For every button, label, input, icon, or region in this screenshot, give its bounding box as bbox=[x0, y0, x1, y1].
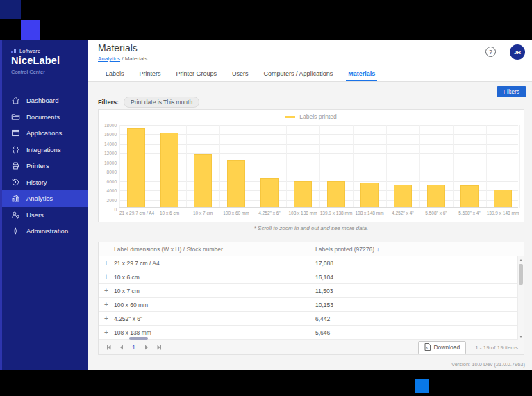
download-file-icon: x bbox=[424, 343, 431, 352]
tab-printers[interactable]: Printers bbox=[132, 65, 169, 81]
table-header-printed[interactable]: Labels printed (97276) ↓ bbox=[315, 246, 524, 253]
users-icon bbox=[11, 211, 20, 220]
y-axis-tick: 14000 bbox=[104, 141, 117, 146]
expand-row-icon[interactable]: + bbox=[99, 287, 114, 295]
table-row: +10 x 7 cm11,503 bbox=[99, 284, 524, 298]
gridline bbox=[286, 125, 287, 208]
help-icon[interactable]: ? bbox=[485, 47, 496, 57]
table-rows: +21 x 29.7 cm / A417,088+10 x 6 cm16,104… bbox=[99, 256, 524, 340]
sidebar-item-administration[interactable]: Administration bbox=[2, 223, 88, 240]
page-number[interactable]: 1 bbox=[128, 344, 140, 351]
vertical-scroll-thumb[interactable] bbox=[519, 264, 523, 285]
sidebar-item-history[interactable]: History bbox=[2, 174, 88, 191]
tab-bar: LabelsPrintersPrinter GroupsUsersCompute… bbox=[88, 65, 532, 82]
bar-21-x-29.7-cm-a4[interactable] bbox=[127, 128, 145, 208]
breadcrumb-current: Materials bbox=[125, 56, 147, 62]
tab-computers-applications[interactable]: Computers / Applications bbox=[256, 65, 341, 81]
breadcrumb-analytics-link[interactable]: Analytics bbox=[98, 56, 120, 62]
chart-legend: Labels printed bbox=[99, 113, 524, 120]
y-axis-tick: 6000 bbox=[107, 179, 117, 183]
app-window: Loftware NiceLabel Control Center Dashbo… bbox=[0, 40, 532, 370]
y-axis-tick: 4000 bbox=[107, 188, 117, 193]
brand-name: Loftware bbox=[19, 48, 40, 54]
bar-4.252-x-6-[interactable] bbox=[260, 178, 279, 208]
first-page-button[interactable] bbox=[103, 343, 115, 353]
table-header-row: Label dimensions (W x H) / Stock number … bbox=[99, 242, 524, 256]
x-axis-line bbox=[119, 207, 518, 208]
expand-row-icon[interactable]: + bbox=[99, 273, 114, 281]
sidebar-item-printers[interactable]: Printers bbox=[2, 158, 88, 174]
cell-dimensions: 100 x 60 mm bbox=[114, 302, 315, 308]
table-header-dimensions[interactable]: Label dimensions (W x H) / Stock number bbox=[114, 246, 315, 253]
product-subtitle: Control Center bbox=[11, 69, 88, 75]
cell-dimensions: 108 x 138 mm bbox=[114, 329, 315, 336]
sidebar-item-documents[interactable]: Documents bbox=[2, 109, 88, 126]
tab-materials[interactable]: Materials bbox=[340, 65, 383, 81]
breadcrumb-separator: / bbox=[120, 56, 125, 62]
bar-108-x-148-mm[interactable] bbox=[360, 183, 379, 208]
filters-row: Filters: Print date is This month bbox=[98, 97, 199, 108]
cell-dimensions: 4.252" x 6" bbox=[114, 315, 315, 322]
gear-icon bbox=[11, 226, 20, 236]
avatar[interactable]: JR bbox=[510, 44, 525, 60]
sidebar-item-analytics[interactable]: Analytics bbox=[2, 190, 88, 207]
bar-10-x-6-cm[interactable] bbox=[160, 133, 178, 208]
gridline bbox=[519, 125, 520, 208]
bar-4.252-x-4-[interactable] bbox=[394, 185, 412, 208]
sidebar-item-integrations[interactable]: Integrations bbox=[2, 142, 88, 158]
bar-139.9-x-148-mm[interactable] bbox=[494, 190, 512, 208]
expand-row-icon[interactable]: + bbox=[99, 301, 114, 308]
tab-labels[interactable]: Labels bbox=[98, 65, 132, 81]
materials-table: Label dimensions (W x H) / Stock number … bbox=[98, 242, 524, 355]
last-page-button[interactable] bbox=[153, 343, 165, 353]
product-name: NiceLabel bbox=[11, 55, 88, 66]
horizontal-scroll-thumb[interactable] bbox=[129, 337, 148, 340]
gridline bbox=[186, 125, 187, 208]
page-header: Materials Analytics / Materials ? JR bbox=[88, 40, 532, 65]
sidebar-item-users[interactable]: Users bbox=[2, 207, 88, 224]
breadcrumb: Analytics / Materials bbox=[98, 56, 147, 62]
scroll-up-icon[interactable] bbox=[518, 257, 524, 263]
x-axis-tick: 100 x 60 mm bbox=[219, 211, 253, 215]
sidebar-item-label: Users bbox=[26, 211, 44, 219]
expand-row-icon[interactable]: + bbox=[99, 329, 114, 336]
home-icon bbox=[11, 96, 20, 105]
download-button[interactable]: x Download bbox=[418, 341, 466, 354]
prev-page-button[interactable] bbox=[115, 343, 127, 353]
expand-row-icon[interactable]: + bbox=[99, 259, 114, 267]
next-page-button[interactable] bbox=[140, 343, 152, 353]
bar-100-x-60-mm[interactable] bbox=[227, 160, 245, 208]
gridline bbox=[386, 125, 387, 208]
y-axis-tick: 0 bbox=[114, 207, 117, 212]
labels-printed-chart[interactable]: Labels printed 0200040006000800010000120… bbox=[98, 109, 524, 222]
filter-chip-print-date[interactable]: Print date is This month bbox=[124, 97, 199, 108]
bar-139.9-x-138-mm[interactable] bbox=[327, 181, 345, 208]
x-axis-tick: 139.9 x 138 mm bbox=[319, 211, 353, 215]
expand-row-icon[interactable]: + bbox=[99, 315, 114, 322]
tab-users[interactable]: Users bbox=[224, 65, 256, 81]
table-row: +100 x 60 mm10,153 bbox=[99, 298, 524, 312]
table-row: +4.252" x 6"6,442 bbox=[99, 312, 524, 326]
filters-button[interactable]: Filters bbox=[497, 86, 526, 97]
sidebar-item-dashboard[interactable]: Dashboard bbox=[2, 92, 88, 109]
bar-108-x-138-mm[interactable] bbox=[294, 181, 312, 208]
gridline bbox=[119, 190, 518, 191]
x-axis-tick: 10 x 7 cm bbox=[186, 211, 219, 215]
gridline bbox=[119, 163, 518, 163]
items-range: 1 - 19 of 19 items bbox=[475, 345, 518, 351]
bar-5.508-x-6-[interactable] bbox=[427, 185, 445, 208]
scroll-down-icon[interactable] bbox=[518, 333, 524, 339]
x-axis-tick: 4.252" x 6" bbox=[253, 211, 286, 215]
vertical-scrollbar[interactable] bbox=[517, 256, 524, 340]
bar-5.508-x-4-[interactable] bbox=[460, 185, 479, 208]
decor-square-blue bbox=[21, 20, 40, 40]
gridline bbox=[153, 125, 153, 208]
y-axis-tick: 10000 bbox=[104, 160, 117, 165]
tab-printer-groups[interactable]: Printer Groups bbox=[169, 65, 225, 81]
chart-icon bbox=[11, 194, 20, 203]
gridline bbox=[419, 125, 420, 208]
bar-10-x-7-cm[interactable] bbox=[194, 154, 212, 208]
cell-labels-printed: 17,088 bbox=[315, 260, 524, 267]
sidebar-item-applications[interactable]: Applications bbox=[2, 125, 88, 142]
folder-icon bbox=[11, 113, 20, 122]
